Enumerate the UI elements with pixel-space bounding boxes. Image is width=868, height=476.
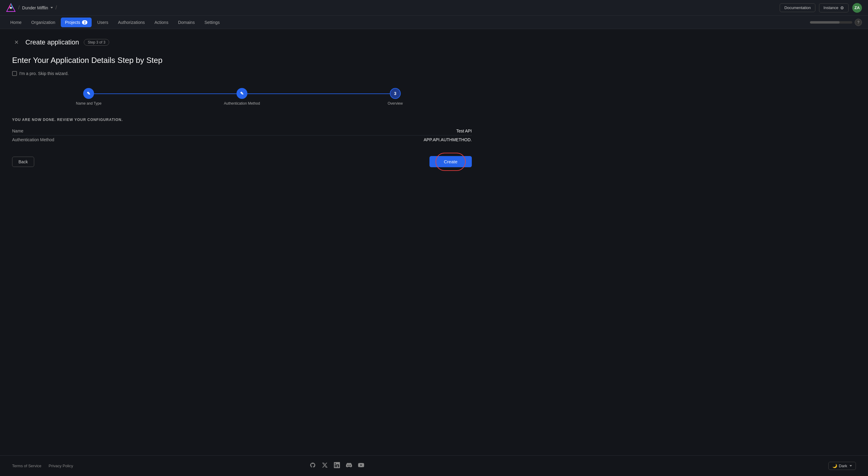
org-chevron-icon xyxy=(51,7,53,8)
footer-social xyxy=(310,462,364,470)
footer-links: Terms of Service Privacy Policy xyxy=(12,464,73,468)
header-right: Documentation Instance ⚙ ZA xyxy=(780,3,862,13)
page-title: Create application xyxy=(25,38,79,46)
progress-bar-fill xyxy=(810,21,840,24)
breadcrumb-sep2: / xyxy=(55,4,57,11)
action-row: Back Create xyxy=(12,156,472,167)
stepper: ✎ Name and Type ✎ Authentication Method … xyxy=(12,88,472,105)
footer: Terms of Service Privacy Policy xyxy=(0,455,868,476)
skip-checkbox[interactable] xyxy=(12,71,17,76)
step-name-type: ✎ Name and Type xyxy=(12,88,165,105)
gear-icon: ⚙ xyxy=(840,5,844,10)
theme-switcher[interactable]: 🌙 Dark xyxy=(828,462,856,470)
sidebar-item-projects[interactable]: Projects 2 xyxy=(61,18,92,27)
sidebar-item-organization[interactable]: Organization xyxy=(27,18,59,27)
instance-button[interactable]: Instance ⚙ xyxy=(819,3,849,12)
svg-point-3 xyxy=(10,7,12,9)
step3-circle: 3 xyxy=(390,88,401,99)
review-section: YOU ARE NOW DONE. REVIEW YOUR CONFIGURAT… xyxy=(12,118,472,144)
create-button[interactable]: Create xyxy=(430,156,472,167)
review-heading: YOU ARE NOW DONE. REVIEW YOUR CONFIGURAT… xyxy=(12,118,472,122)
step2-icon: ✎ xyxy=(240,91,244,96)
skip-label: I'm a pro. Skip this wizard. xyxy=(19,71,69,76)
create-btn-wrapper: Create xyxy=(430,156,472,167)
wizard-heading: Enter Your Application Details Step by S… xyxy=(12,56,472,65)
sidebar-item-home[interactable]: Home xyxy=(6,18,26,27)
review-auth-value: APP.API.AUTHMETHOD. xyxy=(424,137,472,142)
sidebar-item-settings[interactable]: Settings xyxy=(200,18,224,27)
page-header: ✕ Create application Step 3 of 3 xyxy=(12,38,472,46)
step2-label: Authentication Method xyxy=(224,101,260,105)
discord-icon[interactable] xyxy=(346,462,352,470)
sidebar-item-domains[interactable]: Domains xyxy=(174,18,199,27)
sidebar-item-authorizations[interactable]: Authorizations xyxy=(114,18,149,27)
logo-area: / Dunder Mifflin / xyxy=(6,3,57,13)
review-row-name: Name Test API xyxy=(12,127,472,135)
review-row-auth: Authentication Method APP.API.AUTHMETHOD… xyxy=(12,135,472,144)
step2-circle: ✎ xyxy=(237,88,247,99)
org-name-label: Dunder Mifflin xyxy=(22,5,48,10)
step-overview: 3 Overview xyxy=(318,88,472,105)
top-header: / Dunder Mifflin / Documentation Instanc… xyxy=(0,0,868,16)
terms-of-service-link[interactable]: Terms of Service xyxy=(12,464,41,468)
review-name-value: Test API xyxy=(456,129,472,133)
org-name[interactable]: Dunder Mifflin xyxy=(22,5,53,10)
theme-label: Dark xyxy=(839,464,847,468)
instance-label: Instance xyxy=(824,5,838,10)
projects-badge: 2 xyxy=(82,20,87,25)
step1-icon: ✎ xyxy=(87,91,90,96)
step3-label: Overview xyxy=(388,101,403,105)
skip-wizard-row: I'm a pro. Skip this wizard. xyxy=(12,71,472,76)
nav-right: ? xyxy=(810,19,862,26)
step-badge: Step 3 of 3 xyxy=(84,39,109,46)
review-name-label: Name xyxy=(12,129,23,133)
step1-label: Name and Type xyxy=(76,101,102,105)
twitter-icon[interactable] xyxy=(322,462,328,470)
sidebar-item-actions[interactable]: Actions xyxy=(150,18,173,27)
step1-circle: ✎ xyxy=(83,88,94,99)
theme-chevron-icon xyxy=(849,465,852,467)
progress-bar xyxy=(810,21,852,24)
back-button[interactable]: Back xyxy=(12,157,34,167)
youtube-icon[interactable] xyxy=(358,462,364,470)
moon-icon: 🌙 xyxy=(832,464,837,468)
linkedin-icon[interactable] xyxy=(334,462,340,470)
main-content: ✕ Create application Step 3 of 3 Enter Y… xyxy=(0,29,484,455)
github-icon[interactable] xyxy=(310,462,316,470)
avatar[interactable]: ZA xyxy=(852,3,862,13)
sidebar-item-users[interactable]: Users xyxy=(93,18,113,27)
logo-icon xyxy=(6,3,16,13)
breadcrumb-sep1: / xyxy=(18,4,20,11)
close-button[interactable]: ✕ xyxy=(12,38,21,46)
step-auth-method: ✎ Authentication Method xyxy=(165,88,319,105)
documentation-button[interactable]: Documentation xyxy=(780,3,815,12)
projects-label: Projects xyxy=(65,20,81,25)
nav-bar: Home Organization Projects 2 Users Autho… xyxy=(0,16,868,29)
help-button[interactable]: ? xyxy=(855,19,862,26)
review-auth-label: Authentication Method xyxy=(12,137,54,142)
privacy-policy-link[interactable]: Privacy Policy xyxy=(49,464,73,468)
step3-number: 3 xyxy=(394,91,397,96)
